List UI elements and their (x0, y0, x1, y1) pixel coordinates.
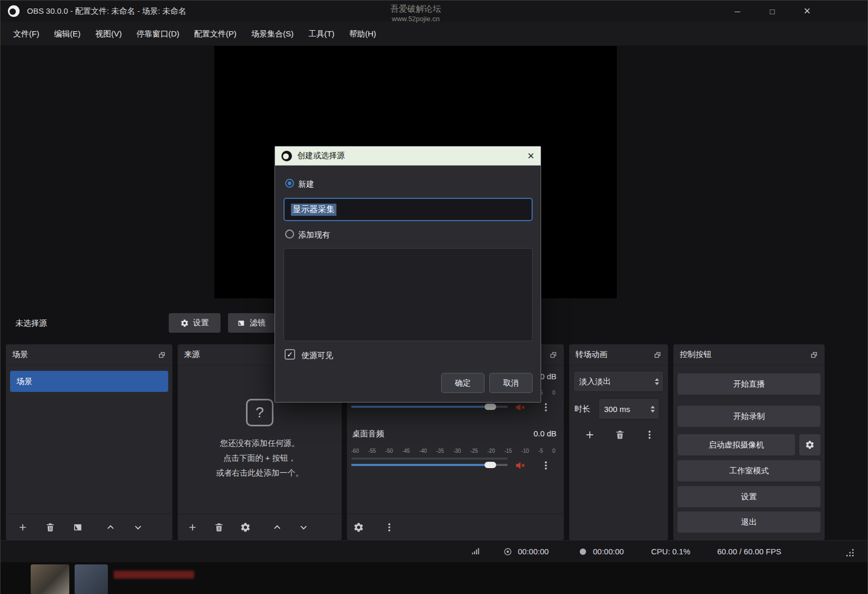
mute-speaker-icon[interactable] (514, 460, 526, 471)
popout-icon[interactable] (810, 351, 818, 359)
popout-icon[interactable] (158, 351, 166, 359)
source-visible-checkbox[interactable]: ✓ (285, 349, 295, 360)
move-scene-up-icon[interactable] (105, 522, 116, 533)
gear-icon (180, 319, 189, 327)
watermark-line2: www.52pojie.cn (350, 15, 482, 23)
add-source-icon[interactable] (187, 522, 198, 533)
scenes-dock-title: 场景 (12, 350, 28, 360)
start-recording-button[interactable]: 开始录制 (678, 406, 820, 427)
channel-menu-icon[interactable] (541, 460, 551, 471)
menu-scene-collection[interactable]: 场景集合(S) (244, 22, 301, 45)
scenes-dock: 场景 场景 (6, 344, 172, 540)
spinner-arrows-icon[interactable] (655, 378, 659, 385)
menu-edit[interactable]: 编辑(E) (47, 22, 88, 45)
slider-handle[interactable] (485, 462, 496, 468)
controls-dock-header: 控制按钮 (673, 344, 825, 365)
studio-mode-button[interactable]: 工作室模式 (678, 460, 820, 481)
add-transition-icon[interactable] (584, 429, 596, 441)
remove-scene-icon[interactable] (45, 522, 56, 533)
statusbar: 00:00:00 00:00:00 CPU: 0.1% 60.00 / 60.0… (1, 540, 867, 562)
source-properties-button[interactable]: 设置 (169, 313, 221, 333)
cancel-button[interactable]: 取消 (489, 373, 533, 393)
mixer-menu-icon[interactable] (384, 522, 395, 533)
source-name-value: 显示器采集 (291, 204, 336, 216)
move-source-down-icon[interactable] (298, 522, 309, 533)
window-title: OBS 30.0.0 - 配置文件: 未命名 - 场景: 未命名 (27, 1, 186, 22)
duration-value: 300 ms (604, 405, 630, 414)
blurred-red-text (114, 571, 194, 579)
add-existing-label[interactable]: 添加现有 (298, 230, 330, 240)
empty-sources-line1: 您还没有添加任何源。 (178, 438, 342, 449)
transition-duration-input[interactable]: 300 ms (598, 398, 660, 419)
mixer-channel1-volume-slider[interactable] (351, 404, 508, 410)
remove-transition-icon[interactable] (615, 429, 625, 440)
add-scene-icon[interactable] (17, 522, 28, 533)
menu-docks[interactable]: 停靠窗口(D) (129, 22, 187, 45)
mixer-channel2-name: 桌面音频 (352, 429, 384, 439)
empty-sources-line2: 点击下面的 + 按钮， (178, 453, 342, 463)
streaming-indicator-icon (578, 547, 588, 556)
create-new-label[interactable]: 新建 (298, 179, 314, 189)
watermark-line1: 吾爱破解论坛 (350, 4, 482, 15)
exit-button[interactable]: 退出 (678, 511, 820, 533)
slider-handle[interactable] (485, 404, 496, 410)
background-thumbnail (75, 564, 108, 594)
popout-icon[interactable] (549, 351, 558, 359)
menu-profile[interactable]: 配置文件(P) (187, 22, 244, 45)
transition-select[interactable]: 淡入淡出 (573, 371, 664, 392)
transition-menu-icon[interactable] (644, 429, 655, 440)
mixer-channel2-volume-slider[interactable] (351, 462, 508, 468)
controls-dock: 控制按钮 开始直播 开始录制 启动虚拟摄像机 工作室模式 设置 退出 (673, 344, 825, 540)
remove-source-icon[interactable] (214, 522, 224, 533)
scenes-dock-header: 场景 (6, 344, 172, 365)
scene-list-item[interactable]: 场景 (10, 371, 168, 392)
radio-add-existing[interactable] (285, 230, 294, 239)
menu-file[interactable]: 文件(F) (6, 22, 47, 45)
resize-grip[interactable] (844, 546, 855, 558)
existing-sources-list[interactable] (284, 248, 533, 341)
menu-view[interactable]: 视图(V) (88, 22, 129, 45)
maximize-button[interactable]: □ (760, 1, 784, 22)
dialog-title: 创建或选择源 (297, 151, 345, 161)
dialog-close-button[interactable]: × (527, 150, 534, 162)
move-source-up-icon[interactable] (272, 522, 282, 533)
background-thumbnail (31, 564, 69, 594)
transition-value: 淡入淡出 (579, 377, 611, 387)
virtual-camera-settings-button[interactable] (799, 434, 820, 455)
start-streaming-button[interactable]: 开始直播 (678, 373, 820, 395)
titlebar: OBS 30.0.0 - 配置文件: 未命名 - 场景: 未命名 吾爱破解论坛 … (1, 1, 867, 22)
fps-indicator: 60.00 / 60.00 FPS (717, 541, 781, 563)
cpu-usage: CPU: 0.1% (651, 541, 690, 563)
mixer-channel2-db: 0.0 dB (534, 429, 556, 438)
source-filters-button[interactable]: 滤镜 (228, 313, 275, 333)
start-virtual-camera-button[interactable]: 启动虚拟摄像机 (678, 434, 795, 455)
transitions-dock-title: 转场动画 (575, 350, 607, 360)
mute-speaker-icon[interactable] (514, 401, 526, 413)
scenes-toolbar (6, 514, 172, 540)
scene-filters-icon[interactable] (72, 522, 83, 533)
obs-logo-icon (8, 5, 20, 17)
popout-icon[interactable] (653, 351, 662, 359)
minimize-button[interactable]: ─ (725, 1, 750, 22)
transitions-dock-header: 转场动画 (569, 344, 668, 365)
menubar: 文件(F) 编辑(E) 视图(V) 停靠窗口(D) 配置文件(P) 场景集合(S… (1, 22, 867, 45)
source-properties-icon[interactable] (240, 522, 251, 533)
empty-sources-line3: 或者右击此处添加一个。 (178, 468, 342, 478)
channel-menu-icon[interactable] (541, 402, 551, 413)
source-visible-label[interactable]: 使源可见 (301, 351, 333, 361)
network-signal-icon (470, 546, 481, 557)
obs-window: OBS 30.0.0 - 配置文件: 未命名 - 场景: 未命名 吾爱破解论坛 … (0, 0, 868, 594)
spinner-arrows-icon[interactable] (651, 406, 655, 413)
close-button[interactable]: × (795, 1, 819, 22)
settings-button[interactable]: 设置 (678, 486, 820, 507)
move-scene-down-icon[interactable] (133, 522, 143, 533)
source-name-input[interactable]: 显示器采集 (284, 198, 533, 221)
ok-button[interactable]: 确定 (441, 373, 485, 393)
radio-create-new[interactable] (285, 179, 294, 188)
menu-tools[interactable]: 工具(T) (301, 22, 342, 45)
recording-time: 00:00:00 (518, 541, 549, 563)
create-source-dialog: 创建或选择源 × 新建 显示器采集 添加现有 ✓ 使源可见 确定 取消 (275, 146, 541, 403)
desktop-strip (1, 562, 867, 594)
advanced-audio-gear-icon[interactable] (353, 522, 364, 533)
menu-help[interactable]: 帮助(H) (342, 22, 383, 45)
